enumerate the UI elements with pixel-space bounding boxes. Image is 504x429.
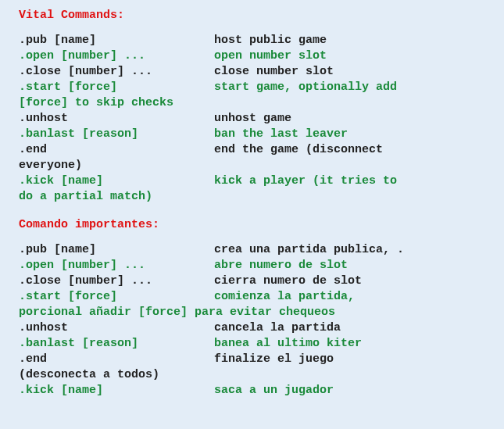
command-block-1: .pub [name] host public game .open [numb… <box>19 33 501 205</box>
command-desc: saca a un jugador <box>214 383 501 399</box>
command-desc: ban the last leaver <box>214 127 501 142</box>
command-desc: host public game <box>214 33 501 48</box>
command-text: .close [number] ... <box>19 64 214 80</box>
section-title-2: Comando importantes: <box>19 216 501 236</box>
command-desc: comienza la partida, <box>214 289 501 305</box>
command-row: .end finalize el juego <box>19 352 501 367</box>
command-text: .pub [name] <box>19 242 214 258</box>
command-continuation: everyone) <box>19 158 501 173</box>
command-text: .open [number] ... <box>19 48 214 64</box>
command-row: .start [force] comienza la partida, <box>19 289 501 305</box>
command-desc: unhost game <box>214 111 501 127</box>
command-continuation: do a partial match) <box>19 189 501 205</box>
command-text: .open [number] ... <box>19 258 214 273</box>
command-row: .open [number] ... abre numero de slot <box>19 258 501 273</box>
command-row: .end end the game (disconnect <box>19 142 501 158</box>
command-row: .pub [name] host public game <box>19 33 501 48</box>
command-desc: close number slot <box>214 64 501 80</box>
command-continuation: (desconecta a todos) <box>19 367 501 383</box>
command-text: .end <box>19 352 214 367</box>
command-row: .kick [name] saca a un jugador <box>19 383 501 399</box>
command-row: .close [number] ... cierra numero de slo… <box>19 273 501 289</box>
command-text: .close [number] ... <box>19 273 214 289</box>
command-desc: start game, optionally add <box>214 80 501 95</box>
command-block-2: .pub [name] crea una partida publica, . … <box>19 242 501 399</box>
command-row: .pub [name] crea una partida publica, . <box>19 242 501 258</box>
command-row: .banlast [reason] banea al ultimo kiter <box>19 336 501 352</box>
command-text: .pub [name] <box>19 33 214 48</box>
command-row: .unhost unhost game <box>19 111 501 127</box>
command-desc: cierra numero de slot <box>214 273 501 289</box>
command-text: .end <box>19 142 214 158</box>
command-text: .kick [name] <box>19 383 214 399</box>
command-text: .start [force] <box>19 80 214 95</box>
command-desc: finalize el juego <box>214 352 501 367</box>
command-row: .unhost cancela la partida <box>19 320 501 336</box>
command-row: .close [number] ... close number slot <box>19 64 501 80</box>
command-desc: end the game (disconnect <box>214 142 501 158</box>
section-title-1: Vital Commands: <box>19 6 501 27</box>
command-row: .banlast [reason] ban the last leaver <box>19 127 501 142</box>
command-text: .kick [name] <box>19 173 214 189</box>
command-desc: cancela la partida <box>214 320 501 336</box>
command-desc: crea una partida publica, . <box>214 242 501 258</box>
command-row: .kick [name] kick a player (it tries to <box>19 173 501 189</box>
command-continuation: [force] to skip checks <box>19 95 501 111</box>
command-text: .start [force] <box>19 289 214 305</box>
command-row: .open [number] ... open number slot <box>19 48 501 64</box>
command-desc: abre numero de slot <box>214 258 501 273</box>
command-desc: kick a player (it tries to <box>214 173 501 189</box>
command-text: .unhost <box>19 320 214 336</box>
command-continuation: porcional añadir [force] para evitar che… <box>19 305 501 320</box>
command-text: .banlast [reason] <box>19 336 214 352</box>
command-row: .start [force] start game, optionally ad… <box>19 80 501 95</box>
command-desc: banea al ultimo kiter <box>214 336 501 352</box>
command-desc: open number slot <box>214 48 501 64</box>
command-text: .unhost <box>19 111 214 127</box>
command-text: .banlast [reason] <box>19 127 214 142</box>
